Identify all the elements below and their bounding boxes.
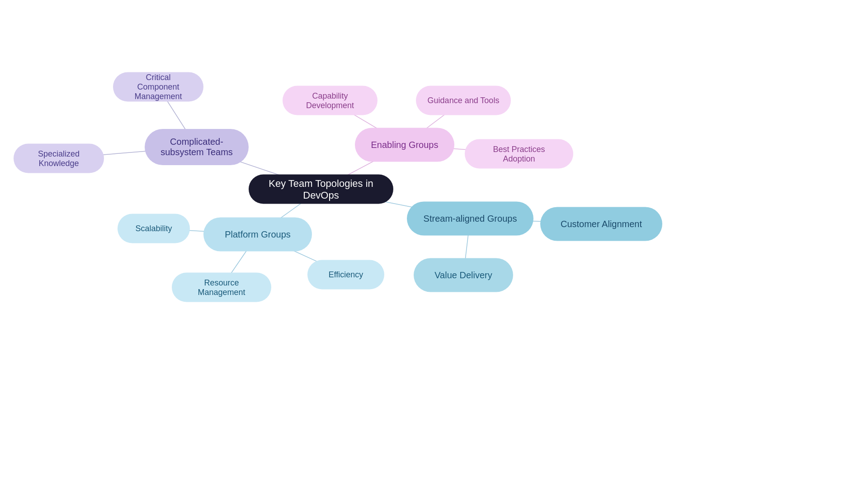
best-practices-label: Best Practices Adoption <box>476 144 562 163</box>
platform-groups-node[interactable]: Platform Groups <box>203 218 312 252</box>
complicated-subsystem-node[interactable]: Complicated-subsystem Teams <box>145 129 249 165</box>
enabling-groups-label: Enabling Groups <box>371 140 439 150</box>
customer-alignment-label: Customer Alignment <box>561 219 642 229</box>
guidance-tools-node[interactable]: Guidance and Tools <box>416 86 511 115</box>
efficiency-label: Efficiency <box>329 270 363 280</box>
specialized-knowledge-label: Specialized Knowledge <box>25 149 93 168</box>
guidance-tools-label: Guidance and Tools <box>428 96 500 105</box>
center-node[interactable]: Key Team Topologies in DevOps <box>249 175 393 204</box>
value-delivery-node[interactable]: Value Delivery <box>414 258 513 292</box>
specialized-knowledge-node[interactable]: Specialized Knowledge <box>14 144 104 173</box>
center-label: Key Team Topologies in DevOps <box>267 177 375 201</box>
scalability-node[interactable]: Scalability <box>118 214 190 243</box>
critical-component-label: Critical Component Management <box>124 73 192 101</box>
customer-alignment-node[interactable]: Customer Alignment <box>540 207 662 241</box>
efficiency-node[interactable]: Efficiency <box>307 260 384 290</box>
complicated-subsystem-label: Complicated-subsystem Teams <box>158 137 235 157</box>
resource-management-label: Resource Management <box>183 278 260 297</box>
scalability-label: Scalability <box>135 224 172 233</box>
capability-development-label: Capability Development <box>294 91 366 110</box>
critical-component-node[interactable]: Critical Component Management <box>113 72 203 102</box>
enabling-groups-node[interactable]: Enabling Groups <box>355 128 454 162</box>
stream-aligned-label: Stream-aligned Groups <box>424 214 517 224</box>
capability-development-node[interactable]: Capability Development <box>283 86 377 115</box>
resource-management-node[interactable]: Resource Management <box>172 273 271 302</box>
value-delivery-label: Value Delivery <box>434 270 492 281</box>
stream-aligned-node[interactable]: Stream-aligned Groups <box>407 202 533 236</box>
platform-groups-label: Platform Groups <box>225 229 291 240</box>
best-practices-node[interactable]: Best Practices Adoption <box>465 139 573 169</box>
